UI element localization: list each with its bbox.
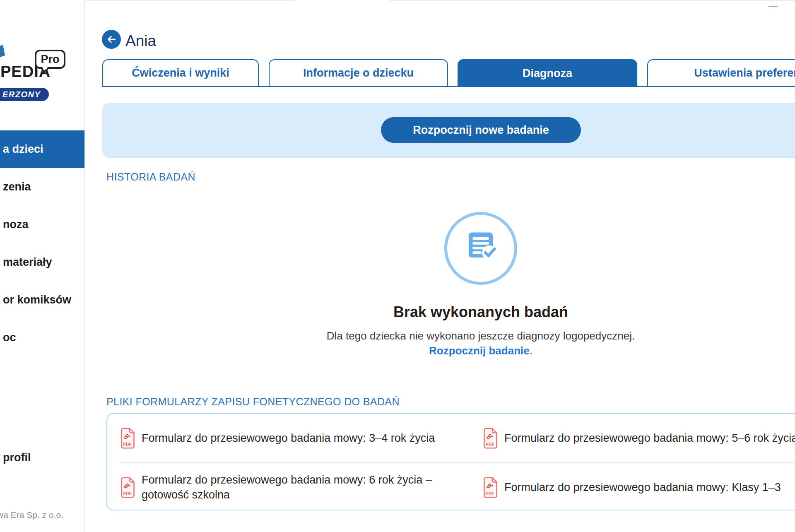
sidebar-item-label: oc xyxy=(3,331,16,344)
svg-text:PDF: PDF xyxy=(486,491,494,496)
sidebar-item-dzieci[interactable]: a dzieci xyxy=(0,130,84,168)
sidebar-item-label: materiały xyxy=(3,256,52,269)
tab-bar-underline xyxy=(102,86,795,87)
tab-cwiczenia-i-wyniki[interactable]: Ćwiczenia i wyniki xyxy=(102,59,259,86)
sidebar-item-label: profil xyxy=(3,451,31,464)
empty-state-title: Brak wykonanych badań xyxy=(86,304,795,320)
pdf-file-icon: PDF xyxy=(484,477,497,498)
sidebar-item-materialy[interactable]: materiały xyxy=(0,243,84,281)
plan-badge: ERZONY xyxy=(0,88,49,101)
logo: PEDIA Pro xyxy=(0,41,85,87)
tab-bar: Ćwiczenia i wyniki Informacje o dziecku … xyxy=(102,59,795,87)
tab-diagnoza[interactable]: Diagnoza xyxy=(458,59,637,87)
tab-informacje-o-dziecku[interactable]: Informacje o dziecku xyxy=(269,59,448,86)
sidebar-item-label: noza xyxy=(3,218,29,231)
svg-text:PDF: PDF xyxy=(486,442,494,446)
pdf-form-link-5-6[interactable]: PDF Formularz do przesiewowego badania m… xyxy=(484,414,795,462)
pdf-form-label: Formularz do przesiewowego badania mowy:… xyxy=(504,431,795,445)
pdf-file-icon: PDF xyxy=(484,428,497,449)
pdf-form-label: Formularz do przesiewowego badania mowy:… xyxy=(142,472,444,502)
document-check-icon xyxy=(444,212,517,285)
pdf-form-link-3-4[interactable]: PDF Formularz do przesiewowego badania m… xyxy=(121,414,435,462)
empty-state-description: Dla tego dziecka nie wykonano jeszcze di… xyxy=(86,329,795,343)
start-exam-link[interactable]: Rozpocznij badanie xyxy=(429,344,530,357)
sidebar-item-label: or komiksów xyxy=(3,294,71,306)
pdf-form-link-6-gotowosc[interactable]: PDF Formularz do przesiewowego badania m… xyxy=(121,463,444,511)
files-section-title: PLIKI FORMULARZY ZAPISU FONETYCZNEGO DO … xyxy=(106,396,400,408)
sidebar-item-pomoc[interactable]: oc xyxy=(0,319,84,356)
top-divider xyxy=(86,0,795,1)
svg-text:PDF: PDF xyxy=(123,442,131,446)
sidebar-item-cwiczenia[interactable]: zenia xyxy=(0,168,84,206)
link-period: . xyxy=(530,344,532,357)
top-divider-gap xyxy=(295,0,390,1)
pdf-file-icon: PDF xyxy=(121,428,135,449)
sidebar-item-label: zenia xyxy=(3,181,31,193)
tab-ustawienia-preferencji[interactable]: Ustawienia preferencji xyxy=(647,59,795,86)
sidebar-item-kreator-komiksow[interactable]: or komiksów xyxy=(0,281,84,319)
logo-mark-fragment-icon xyxy=(0,45,5,57)
empty-state-link-line: Rozpocznij badanie. xyxy=(86,344,795,358)
svg-text:PDF: PDF xyxy=(123,491,131,496)
sidebar-item-diagnoza[interactable]: noza xyxy=(0,206,84,243)
forms-box: PDF Formularz do przesiewowego badania m… xyxy=(106,413,795,510)
sidebar-item-label: a dzieci xyxy=(3,143,43,156)
logo-pro-badge: Pro xyxy=(35,50,65,69)
empty-state: Brak wykonanych badań Dla tego dziecka n… xyxy=(86,212,795,358)
logo-pro-label: Pro xyxy=(41,53,59,66)
sidebar: PEDIA Pro ERZONY a dzieci zenia noza mat… xyxy=(0,0,85,532)
back-button[interactable] xyxy=(102,30,121,49)
new-exam-banner: Rozpocznij nowe badanie xyxy=(102,103,795,158)
pdf-form-link-klasy-1-3[interactable]: PDF Formularz do przesiewowego badania m… xyxy=(484,463,781,511)
pdf-file-icon: PDF xyxy=(121,477,135,498)
minimize-dash xyxy=(768,6,778,7)
history-section-title: HISTORIA BADAŃ xyxy=(106,171,195,183)
company-footer: wa Era Sp. z o.o. xyxy=(0,510,63,520)
pdf-form-label: Formularz do przesiewowego badania mowy:… xyxy=(142,431,435,445)
arrow-left-icon xyxy=(106,34,117,45)
page-title: Ania xyxy=(125,32,156,50)
main-content: Ania Ćwiczenia i wyniki Informacje o dzi… xyxy=(86,0,795,532)
start-new-exam-button[interactable]: Rozpocznij nowe badanie xyxy=(381,117,581,143)
sidebar-item-profil[interactable]: profil xyxy=(0,439,84,477)
pdf-form-label: Formularz do przesiewowego badania mowy:… xyxy=(504,480,781,495)
